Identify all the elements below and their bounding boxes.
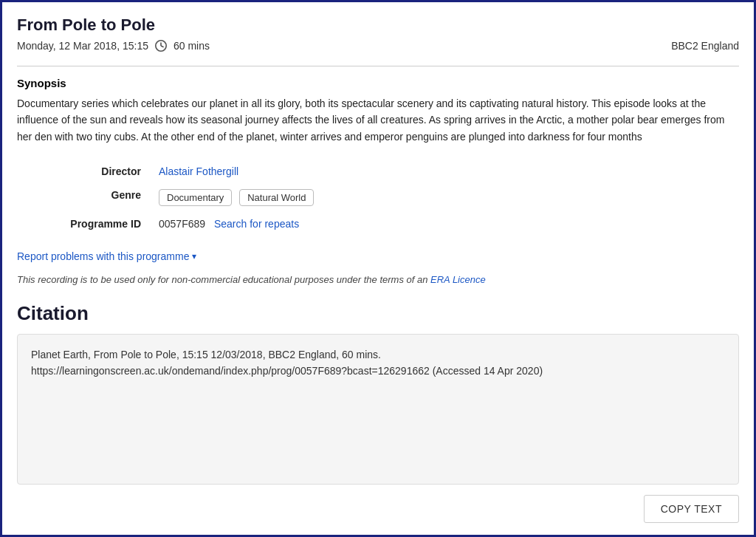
- channel: BBC2 England: [671, 40, 739, 52]
- meta-row: Monday, 12 Mar 2018, 15:15 60 mins BBC2 …: [17, 39, 739, 52]
- director-label: Director: [17, 160, 150, 183]
- director-link[interactable]: Alastair Fothergill: [159, 165, 238, 177]
- synopsis-text: Documentary series which celebrates our …: [17, 95, 739, 145]
- copy-text-button[interactable]: COPY TEXT: [644, 495, 739, 523]
- copy-button-area: COPY TEXT: [17, 495, 739, 523]
- genre-tag-documentary: Documentary: [159, 189, 232, 206]
- citation-section: Citation Planet Earth, From Pole to Pole…: [17, 302, 739, 485]
- genre-label: Genre: [17, 183, 150, 212]
- era-text-before: This recording is to be used only for no…: [17, 274, 427, 285]
- synopsis-label: Synopsis: [17, 77, 739, 89]
- divider-top: [17, 66, 739, 66]
- citation-line2: https://learningonscreen.ac.uk/ondemand/…: [31, 363, 725, 379]
- duration: 60 mins: [173, 40, 210, 52]
- report-problems-link[interactable]: Report problems with this programme ▾: [17, 250, 196, 262]
- page-container: From Pole to Pole Monday, 12 Mar 2018, 1…: [0, 0, 756, 537]
- meta-left: Monday, 12 Mar 2018, 15:15 60 mins: [17, 39, 210, 52]
- programme-id-value: 0057F689 Search for repeats: [150, 212, 739, 236]
- era-notice: This recording is to be used only for no…: [17, 273, 739, 287]
- citation-box: Planet Earth, From Pole to Pole, 15:15 1…: [17, 334, 739, 485]
- director-row: Director Alastair Fothergill: [17, 160, 739, 183]
- citation-heading: Citation: [17, 302, 739, 325]
- programme-id-row: Programme ID 0057F689 Search for repeats: [17, 212, 739, 236]
- director-value: Alastair Fothergill: [150, 160, 739, 183]
- era-licence-link[interactable]: ERA Licence: [430, 274, 486, 285]
- report-section: Report problems with this programme ▾: [17, 250, 739, 262]
- citation-line1: Planet Earth, From Pole to Pole, 15:15 1…: [31, 346, 725, 363]
- genre-tag-naturalworld: Natural World: [239, 189, 314, 206]
- chevron-down-icon: ▾: [192, 251, 196, 261]
- svg-line-2: [161, 46, 164, 47]
- report-label: Report problems with this programme: [17, 250, 189, 262]
- genre-value: Documentary Natural World: [150, 183, 739, 212]
- genre-row: Genre Documentary Natural World: [17, 183, 739, 212]
- programme-id-text: 0057F689: [159, 218, 205, 230]
- programme-title: From Pole to Pole: [17, 16, 739, 35]
- details-table: Director Alastair Fothergill Genre Docum…: [17, 160, 739, 236]
- clock-icon: [154, 39, 168, 52]
- search-repeats-link[interactable]: Search for repeats: [214, 218, 299, 230]
- programme-id-label: Programme ID: [17, 212, 150, 236]
- broadcast-date: Monday, 12 Mar 2018, 15:15: [17, 40, 148, 52]
